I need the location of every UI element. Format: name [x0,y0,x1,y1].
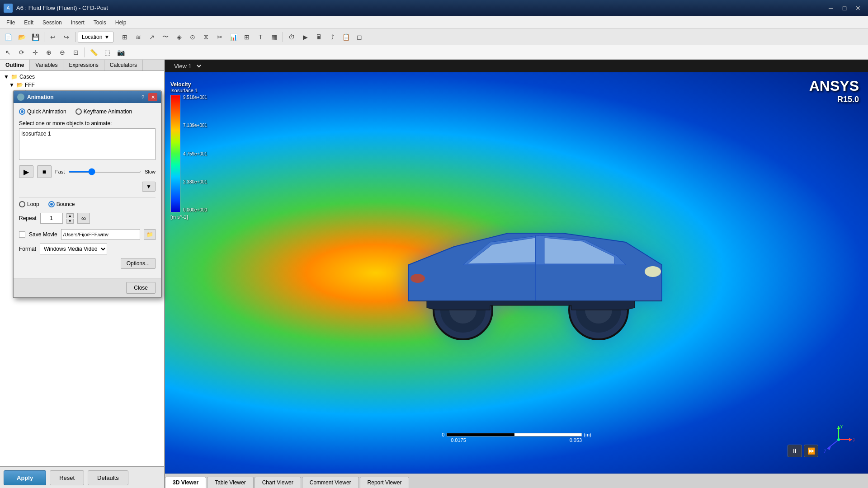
speed-slider[interactable] [68,171,141,173]
fast-forward-button[interactable]: ⏩ [804,445,818,457]
repeat-up-button[interactable]: ▲ [66,213,74,218]
toolbar-clip-icon[interactable]: ✂ [213,31,226,43]
tab-chart-viewer[interactable]: Chart Viewer [255,477,301,488]
tab-3d-viewer[interactable]: 3D Viewer [165,477,206,488]
options-button[interactable]: Options... [121,258,156,269]
tab-outline[interactable]: Outline [0,60,30,70]
play-button[interactable]: ▶ [19,165,33,178]
toolbar-surface-icon[interactable]: ◈ [173,31,185,43]
dropdown-arrow-icon: ▼ [146,183,151,190]
view-options-icon[interactable]: ⬚ [101,47,113,58]
quick-animation-radio[interactable]: Quick Animation [19,108,66,115]
menu-edit[interactable]: Edit [19,18,38,28]
toolbar-particle-icon[interactable]: ⊙ [186,31,199,43]
zoom-in-icon[interactable]: ⊕ [42,47,55,58]
window-controls: ─ □ ✕ [825,3,864,13]
save-path-input[interactable] [61,229,140,240]
tab-comment-viewer[interactable]: Comment Viewer [302,477,359,488]
anim-dialog-icon [17,94,24,101]
keyframe-animation-radio[interactable]: Keyframe Animation [75,108,132,115]
toolbar-sep-1 [44,32,44,42]
toolbar-report-icon[interactable]: 📋 [340,31,352,43]
toolbar-iso-icon[interactable]: ⧖ [200,31,212,43]
close-button[interactable]: ✕ [852,3,864,13]
toolbar-sep-2 [75,32,75,42]
objects-listbox[interactable]: Isosurface 1 [19,128,156,160]
menu-insert[interactable]: Insert [66,18,89,28]
toolbar-vector-icon[interactable]: ↗ [146,31,158,43]
toolbar-undo-icon[interactable]: ↩ [47,31,59,43]
toolbar-export-icon[interactable]: ⤴ [326,31,339,43]
legend-unit: [m s^-1] [170,214,207,220]
anim-body: Quick Animation Keyframe Animation Selec… [14,103,161,278]
repeat-down-button[interactable]: ▼ [66,219,74,224]
select-mode-icon[interactable]: ↖ [2,47,14,58]
menu-file[interactable]: File [2,18,19,28]
anim-help-button[interactable]: ? [138,93,147,101]
loop-radio[interactable]: Loop [19,201,39,207]
toolbar-streamline-icon[interactable]: 〜 [159,31,172,43]
bounce-radio[interactable]: Bounce [48,201,75,207]
minimize-button[interactable]: ─ [825,3,837,13]
toolbar-open-icon[interactable]: 📂 [15,31,28,43]
tree-root[interactable]: ▼ 📁 Cases [2,73,162,81]
tab-expressions[interactable]: Expressions [63,60,104,70]
infinity-button[interactable]: ∞ [77,213,90,224]
apply-button[interactable]: Apply [4,470,46,485]
browse-button[interactable]: 📁 [144,229,156,240]
toolbar-save-icon[interactable]: 💾 [29,31,42,43]
zoom-out-icon[interactable]: ⊖ [56,47,69,58]
tab-report-viewer[interactable]: Report Viewer [360,477,410,488]
location-dropdown[interactable]: Location ▼ [78,32,113,42]
pause-button[interactable]: ⏸ [788,445,802,457]
anim-close-button[interactable]: Close [126,282,156,294]
toolbar-table-icon[interactable]: ⊞ [241,31,253,43]
fast-label: Fast [55,169,65,174]
menu-session[interactable]: Session [38,18,66,28]
options-dropdown-button[interactable]: ▼ [142,182,156,192]
legend-subtitle: Isosurface 1 [170,88,207,93]
svg-point-8 [410,274,425,283]
reset-button[interactable]: Reset [50,470,84,485]
view-dropdown[interactable]: View 1 [169,61,203,71]
rotate-icon[interactable]: ⟳ [15,47,28,58]
toolbar-anim-icon[interactable]: ▶ [299,31,311,43]
scale-unit: (m) [584,432,591,437]
stop-button[interactable]: ■ [37,165,52,178]
pan-icon[interactable]: ✛ [29,47,42,58]
fit-icon[interactable]: ⊡ [70,47,82,58]
repeat-input[interactable] [40,213,63,224]
tab-calculators[interactable]: Calculators [104,60,143,70]
location-label: Location [82,34,102,40]
menu-help[interactable]: Help [111,18,131,28]
format-select[interactable]: Windows Media Video [40,244,107,254]
ruler-icon[interactable]: 📏 [87,47,100,58]
tab-variables[interactable]: Variables [30,60,63,70]
selected-object-item[interactable]: Isosurface 1 [21,131,153,137]
menu-tools[interactable]: Tools [89,18,111,28]
repeat-row: Repeat ▲ ▼ ∞ [19,213,156,224]
toolbar-redo-icon[interactable]: ↪ [60,31,73,43]
toolbar-scene-icon[interactable]: ◻ [353,31,366,43]
anim-close-x-button[interactable]: ✕ [148,93,157,101]
toolbar-calc-icon[interactable]: 🖩 [312,31,325,43]
toolbar-new-icon[interactable]: 📄 [2,31,14,43]
animation-dialog: Animation ? ✕ Quick Animation Keyframe A… [13,90,162,298]
legend-color-bar [170,95,180,212]
save-movie-checkbox[interactable] [19,231,25,238]
toolbar-legend-icon[interactable]: ▦ [268,31,280,43]
camera-icon[interactable]: 📷 [114,47,127,58]
maximize-button[interactable]: □ [838,3,851,13]
anim-footer: Close [14,278,161,297]
tab-table-viewer[interactable]: Table Viewer [207,477,253,488]
select-objects-label: Select one or more objects to animate: [19,120,156,127]
toolbar-timer-icon[interactable]: ⏱ [285,31,298,43]
tree-fff[interactable]: ▼ 📂 FFF [2,81,162,89]
toolbar-chart-icon[interactable]: 📊 [227,31,240,43]
toolbar-contour-icon[interactable]: ≋ [132,31,145,43]
toolbar-text-icon[interactable]: T [254,31,267,43]
cfd-canvas[interactable]: Velocity Isosurface 1 9.518e+001 7.139e+… [165,72,868,474]
defaults-button[interactable]: Defaults [88,470,128,485]
fff-label: FFF [25,82,35,88]
toolbar-mesh-icon[interactable]: ⊞ [118,31,131,43]
